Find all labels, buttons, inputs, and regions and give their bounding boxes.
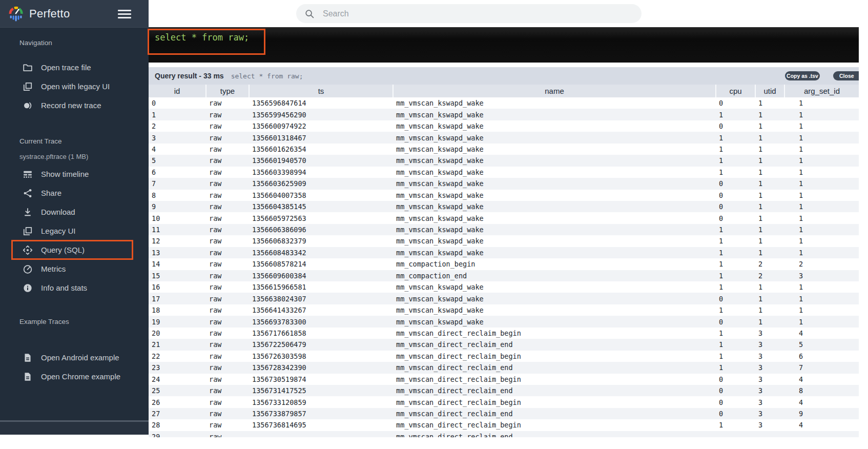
cell-type: raw xyxy=(206,178,249,189)
cell-name: mm_vmscan_direct_reclaim_end xyxy=(393,362,716,373)
cell-utid: 1 xyxy=(755,201,784,212)
cell-ts: 1356600974922 xyxy=(249,120,393,132)
section-label-example-traces: Example Traces xyxy=(19,318,149,325)
cell-type: raw xyxy=(206,385,249,396)
cell-cpu: 1 xyxy=(716,281,755,293)
cell-ts: 1356641433267 xyxy=(249,304,393,316)
folder-icon xyxy=(23,63,33,73)
cell-arg: 1 xyxy=(784,247,859,258)
sidebar-item-legacy-ui[interactable]: Legacy UI xyxy=(0,221,149,240)
search-icon xyxy=(304,9,315,19)
cell-id: 6 xyxy=(149,167,206,178)
cell-utid: 1 xyxy=(755,144,784,155)
cell-cpu: 0 xyxy=(716,316,755,327)
cell-id: 15 xyxy=(149,270,206,281)
cell-cpu: 1 xyxy=(716,258,755,270)
cell-name: mm_vmscan_kswapd_wake xyxy=(393,304,716,316)
cell-type: raw xyxy=(206,109,249,120)
sidebar-item-label: Metrics xyxy=(41,264,66,273)
cell-ts: 1356736814695 xyxy=(249,419,393,431)
query-icon xyxy=(23,245,33,255)
column-header-ts: ts xyxy=(249,85,393,97)
sidebar-item-show-timeline[interactable]: Show timeline xyxy=(0,165,149,183)
table-row: 29rawmm_vmscan_direct_reclaim_end xyxy=(149,431,859,437)
cell-id: 26 xyxy=(149,396,206,407)
sidebar-item-info-and-stats[interactable]: Info and stats xyxy=(0,278,149,297)
sidebar-item-download[interactable]: Download xyxy=(0,202,149,221)
cell-ts: 1356717661858 xyxy=(249,328,393,339)
cell-ts: 1356730519874 xyxy=(249,374,393,385)
column-header-id: id xyxy=(149,85,206,97)
sidebar-item-query-sql[interactable]: Query (SQL) xyxy=(0,240,149,259)
cell-name: mm_vmscan_direct_reclaim_begin xyxy=(393,396,716,407)
brand-title: Perfetto xyxy=(29,7,70,21)
search-input[interactable] xyxy=(322,9,633,19)
query-result-table-container[interactable]: idtypetsnamecpuutidarg_set_id 0raw135659… xyxy=(149,85,859,437)
cell-id: 4 xyxy=(149,144,206,155)
cell-arg: 4 xyxy=(784,328,859,339)
cell-name: mm_vmscan_kswapd_wake xyxy=(393,109,716,120)
cell-name: mm_vmscan_kswapd_wake xyxy=(393,97,716,109)
cell-cpu: 0 xyxy=(716,97,755,109)
cell-arg: 7 xyxy=(784,362,859,373)
cell-cpu: 1 xyxy=(716,419,755,431)
sidebar-item-label: Show timeline xyxy=(41,170,89,178)
search-box[interactable] xyxy=(296,4,642,23)
sidebar-item-record-new-trace[interactable]: Record new trace xyxy=(0,96,149,115)
cell-arg: 1 xyxy=(784,178,859,189)
cell-arg: 3 xyxy=(784,270,859,281)
close-button[interactable]: Close xyxy=(833,71,859,80)
cell-id: 24 xyxy=(149,374,206,385)
cell-utid xyxy=(755,431,784,437)
perfetto-logo-icon xyxy=(7,4,25,24)
sidebar-item-share[interactable]: Share xyxy=(0,183,149,202)
hamburger-icon[interactable] xyxy=(118,10,131,18)
sidebar-item-open-trace-file[interactable]: Open trace file xyxy=(0,58,149,77)
cell-type: raw xyxy=(206,419,249,431)
cell-type: raw xyxy=(206,281,249,293)
cell-type: raw xyxy=(206,167,249,178)
sidebar-item-metrics[interactable]: Metrics xyxy=(0,259,149,278)
copy-as-tsv-button[interactable]: Copy as .tsv xyxy=(785,71,820,80)
cell-utid: 3 xyxy=(755,374,784,385)
cell-type: raw xyxy=(206,362,249,373)
cell-arg: 1 xyxy=(784,120,859,132)
cell-type: raw xyxy=(206,339,249,350)
sidebar-item-open-chrome-example[interactable]: Open Chrome example xyxy=(0,367,149,386)
cell-utid: 3 xyxy=(755,351,784,362)
cell-type: raw xyxy=(206,235,249,247)
cell-ts: 1356606386096 xyxy=(249,224,393,235)
doc-icon xyxy=(23,353,33,363)
sidebar-item-label: Info and stats xyxy=(41,283,87,292)
cell-id: 8 xyxy=(149,190,206,201)
cell-utid: 2 xyxy=(755,258,784,270)
cell-name: mm_vmscan_kswapd_wake xyxy=(393,120,716,132)
sidebar-item-label: Open with legacy UI xyxy=(41,82,110,91)
table-row: 13raw1356608483342mm_vmscan_kswapd_wake1… xyxy=(149,247,859,258)
cell-id: 12 xyxy=(149,235,206,247)
cell-name: mm_vmscan_kswapd_wake xyxy=(393,190,716,201)
table-row: 9raw1356604385145mm_vmscan_kswapd_wake01… xyxy=(149,201,859,212)
cell-name: mm_vmscan_kswapd_wake xyxy=(393,132,716,143)
cell-ts xyxy=(249,431,393,437)
cell-utid: 3 xyxy=(755,396,784,407)
cell-ts: 1356601940570 xyxy=(249,155,393,166)
sidebar-item-open-android-example[interactable]: Open Android example xyxy=(0,348,149,367)
cell-arg: 1 xyxy=(784,201,859,212)
cell-name: mm_vmscan_kswapd_wake xyxy=(393,281,716,293)
cell-utid: 1 xyxy=(755,97,784,109)
column-header-type: type xyxy=(206,85,249,97)
sidebar-item-label: Query (SQL) xyxy=(41,246,85,254)
cell-type: raw xyxy=(206,304,249,316)
cell-name: mm_vmscan_kswapd_wake xyxy=(393,144,716,155)
cell-name: mm_vmscan_direct_reclaim_begin xyxy=(393,328,716,339)
sidebar-item-open-with-legacy-ui[interactable]: Open with legacy UI xyxy=(0,77,149,96)
sql-query-editor[interactable]: select * from raw; xyxy=(149,27,859,63)
sidebar-item-label: Open Android example xyxy=(41,353,119,362)
cell-name: mm_vmscan_kswapd_wake xyxy=(393,224,716,235)
sidebar-footer-divider xyxy=(0,420,149,435)
sidebar-item-label: Open Chrome example xyxy=(41,372,120,381)
cell-ts: 1356609600384 xyxy=(249,270,393,281)
cell-utid: 1 xyxy=(755,293,784,304)
cell-cpu: 1 xyxy=(716,167,755,178)
